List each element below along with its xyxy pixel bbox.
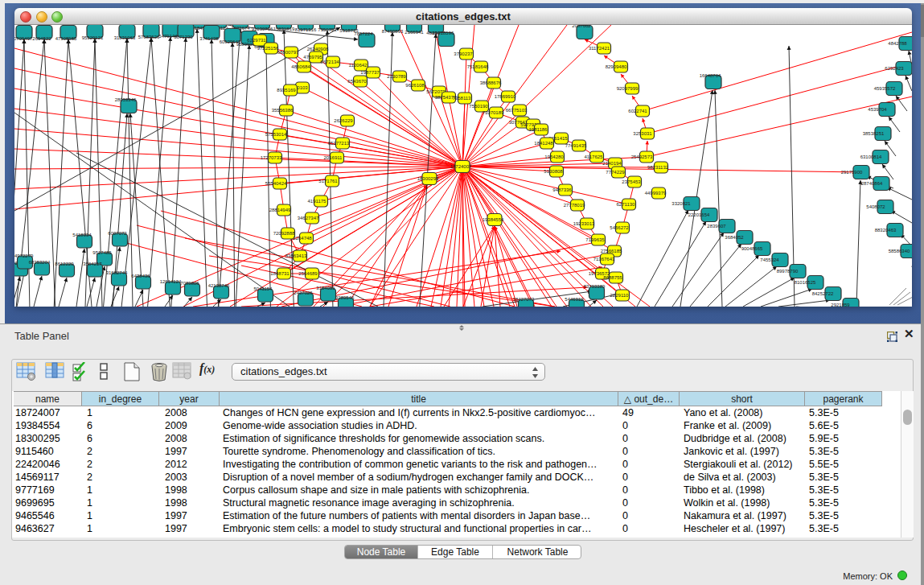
svg-text:38538251: 38538251 <box>863 131 885 136</box>
svg-text:28740864: 28740864 <box>861 181 883 186</box>
svg-text:2016911: 2016911 <box>324 155 343 160</box>
svg-text:20709497: 20709497 <box>14 36 33 41</box>
svg-text:42138745: 42138745 <box>208 283 230 288</box>
svg-text:3253031: 3253031 <box>633 131 652 136</box>
svg-text:31682744: 31682744 <box>106 270 128 275</box>
svg-text:19384554: 19384554 <box>483 217 504 222</box>
svg-text:6229731: 6229731 <box>247 38 266 43</box>
svg-text:28814949: 28814949 <box>269 208 291 212</box>
svg-text:81016525: 81016525 <box>795 280 816 285</box>
svg-text:71070189: 71070189 <box>483 110 504 115</box>
svg-text:90048665: 90048665 <box>741 246 763 251</box>
svg-text:9517485: 9517485 <box>92 250 112 255</box>
svg-text:1987737: 1987737 <box>360 70 380 75</box>
svg-text:77491435: 77491435 <box>565 143 587 148</box>
svg-text:9626108: 9626108 <box>405 83 425 88</box>
svg-text:1954280: 1954280 <box>544 154 564 159</box>
svg-text:31831063: 31831063 <box>114 35 136 40</box>
svg-text:63100814: 63100814 <box>860 154 882 159</box>
svg-text:18724007: 18724007 <box>450 164 472 169</box>
svg-text:1981186: 1981186 <box>529 127 548 132</box>
svg-text:2140194: 2140194 <box>602 161 622 166</box>
svg-text:5041154: 5041154 <box>254 286 273 291</box>
svg-text:98231132: 98231132 <box>647 165 669 170</box>
svg-text:97225156: 97225156 <box>257 46 279 51</box>
svg-text:45935572: 45935572 <box>874 86 896 91</box>
svg-text:27778019: 27778019 <box>564 203 585 208</box>
svg-text:17270733: 17270733 <box>261 155 282 160</box>
svg-text:5408072: 5408072 <box>866 204 885 209</box>
svg-text:4117625: 4117625 <box>585 154 604 159</box>
svg-text:4539704: 4539704 <box>868 107 887 112</box>
svg-text:7550190: 7550190 <box>469 104 488 109</box>
svg-text:38688676: 38688676 <box>480 80 502 85</box>
svg-text:5171761: 5171761 <box>318 179 338 183</box>
svg-text:88320463: 88320463 <box>875 228 897 233</box>
svg-text:7455324: 7455324 <box>760 257 779 262</box>
svg-text:8612220: 8612220 <box>55 262 74 266</box>
svg-text:31172421: 31172421 <box>589 46 610 51</box>
svg-text:7350753: 7350753 <box>318 27 337 32</box>
svg-text:8688755: 8688755 <box>603 275 622 280</box>
svg-text:75181648: 75181648 <box>467 64 489 69</box>
svg-text:2921859: 2921859 <box>831 303 850 307</box>
svg-text:4842788: 4842788 <box>888 41 907 46</box>
svg-text:3741438: 3741438 <box>199 36 219 41</box>
svg-text:82909480: 82909480 <box>606 64 627 69</box>
svg-text:28053346: 28053346 <box>115 97 137 102</box>
svg-text:5418934: 5418934 <box>72 233 92 237</box>
svg-text:83793389: 83793389 <box>584 284 606 289</box>
svg-text:5446912: 5446912 <box>565 297 584 302</box>
svg-text:7774229: 7774229 <box>606 170 625 175</box>
svg-text:29175900: 29175900 <box>841 170 863 175</box>
svg-text:95320121: 95320121 <box>82 35 104 40</box>
svg-text:38427073: 38427073 <box>513 297 535 302</box>
svg-text:55540424: 55540424 <box>265 181 287 186</box>
svg-text:17869910: 17869910 <box>495 94 516 99</box>
svg-text:4860684: 4860684 <box>291 64 310 69</box>
svg-text:2130789: 2130789 <box>387 74 406 79</box>
svg-text:58586340: 58586340 <box>889 249 910 253</box>
svg-text:7358113: 7358113 <box>453 96 472 101</box>
svg-text:2694522: 2694522 <box>32 36 51 41</box>
svg-text:71367643: 71367643 <box>593 257 615 262</box>
svg-text:68800797: 68800797 <box>277 50 299 55</box>
svg-text:3790237: 3790237 <box>454 51 473 56</box>
svg-text:3320821: 3320821 <box>671 201 691 206</box>
svg-text:3154051: 3154051 <box>316 286 335 290</box>
svg-text:24972279: 24972279 <box>14 253 34 258</box>
svg-text:6672134: 6672134 <box>320 60 339 64</box>
svg-text:7857224: 7857224 <box>354 31 373 36</box>
svg-text:19218596: 19218596 <box>433 31 454 35</box>
svg-text:6438436: 6438436 <box>131 274 150 278</box>
svg-text:18300295: 18300295 <box>417 176 439 181</box>
svg-text:87490893: 87490893 <box>382 29 404 34</box>
svg-text:27566185: 27566185 <box>601 249 622 253</box>
svg-text:2166941: 2166941 <box>405 30 424 35</box>
svg-text:66775103: 66775103 <box>506 108 528 113</box>
svg-text:19233013: 19233013 <box>573 221 595 226</box>
svg-text:35556386: 35556386 <box>272 108 294 113</box>
svg-text:7089806: 7089806 <box>180 281 199 286</box>
svg-text:25492573: 25492573 <box>631 154 653 159</box>
svg-text:2626229: 2626229 <box>334 118 353 123</box>
svg-text:12614124: 12614124 <box>160 279 182 284</box>
svg-text:72092888: 72092888 <box>273 231 295 236</box>
svg-text:44999379: 44999379 <box>645 191 667 196</box>
svg-text:81971316: 81971316 <box>295 27 317 32</box>
svg-text:47308985: 47308985 <box>55 36 77 41</box>
svg-text:2229110: 2229110 <box>610 293 630 298</box>
svg-text:2839607: 2839607 <box>707 224 726 229</box>
svg-text:6007072: 6007072 <box>108 231 127 236</box>
svg-text:2087662: 2087662 <box>572 25 591 28</box>
svg-text:92097999: 92097999 <box>617 86 639 91</box>
svg-text:3684052: 3684052 <box>725 235 744 240</box>
svg-text:68353204: 68353204 <box>29 260 51 265</box>
svg-text:3564217: 3564217 <box>83 262 102 266</box>
svg-text:2564689: 2564689 <box>298 271 318 276</box>
svg-text:83863413: 83863413 <box>285 253 307 258</box>
svg-text:5456272: 5456272 <box>610 225 629 230</box>
svg-text:1841248: 1841248 <box>534 141 553 146</box>
svg-text:57553014: 57553014 <box>265 132 287 137</box>
svg-text:84252722: 84252722 <box>812 291 834 296</box>
